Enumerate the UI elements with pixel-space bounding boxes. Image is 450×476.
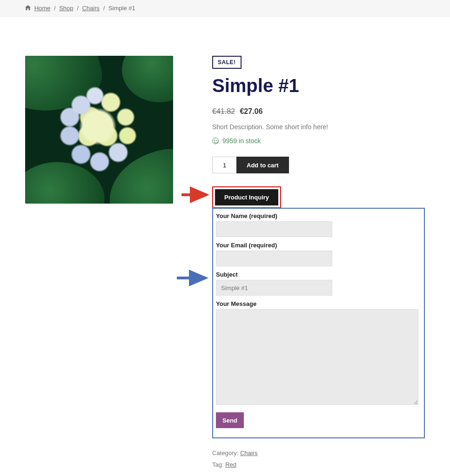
- message-label: Your Message: [216, 300, 420, 307]
- breadcrumb-separator: /: [103, 5, 105, 12]
- email-label: Your Email (required): [216, 242, 420, 249]
- sale-badge: SALE!: [212, 56, 242, 69]
- breadcrumb-separator: /: [54, 5, 56, 12]
- breadcrumb-current: Simple #1: [108, 5, 135, 12]
- subject-label: Subject: [216, 271, 420, 278]
- product-meta: Category: Chairs Tag: Red: [212, 448, 425, 470]
- tag-link[interactable]: Red: [225, 461, 236, 468]
- stock-status: 9959 in stock: [212, 137, 425, 145]
- breadcrumb: Home / Shop / Chairs / Simple #1: [0, 0, 450, 17]
- name-label: Your Name (required): [216, 212, 420, 219]
- breadcrumb-chairs[interactable]: Chairs: [82, 5, 100, 12]
- breadcrumb-shop[interactable]: Shop: [59, 5, 73, 12]
- tag-label: Tag:: [212, 461, 225, 468]
- breadcrumb-separator: /: [77, 5, 79, 12]
- quantity-input[interactable]: [212, 157, 236, 173]
- category-link[interactable]: Chairs: [240, 450, 258, 456]
- subject-field[interactable]: [216, 280, 332, 296]
- product-title: Simple #1: [212, 75, 425, 96]
- breadcrumb-home[interactable]: Home: [34, 5, 51, 12]
- name-field[interactable]: [216, 221, 332, 237]
- smiley-icon: [212, 138, 219, 144]
- email-field[interactable]: [216, 251, 332, 266]
- price-old: €41.82: [212, 107, 235, 115]
- inquiry-tab-highlight: Product Inquiry: [212, 186, 281, 208]
- message-field[interactable]: [216, 309, 418, 405]
- category-label: Category:: [212, 450, 240, 456]
- price-row: €41.82 €27.06: [212, 107, 425, 116]
- inquiry-form-highlight: Your Name (required) Your Email (require…: [212, 208, 425, 438]
- annotation-arrow-blue: [176, 272, 208, 284]
- stock-text: 9959 in stock: [222, 137, 261, 145]
- price-new: €27.06: [240, 107, 262, 115]
- home-icon: [25, 5, 33, 12]
- annotation-arrow-red: [181, 185, 208, 199]
- send-button[interactable]: Send: [216, 412, 244, 428]
- product-image[interactable]: [25, 56, 173, 204]
- add-to-cart-button[interactable]: Add to cart: [236, 157, 289, 173]
- short-description: Short Description. Some short info here!: [212, 123, 425, 131]
- product-inquiry-tab[interactable]: Product Inquiry: [215, 189, 278, 205]
